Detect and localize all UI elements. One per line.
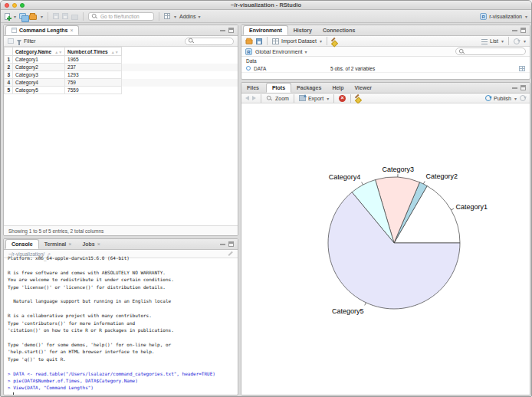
previous-plot-icon[interactable] (245, 96, 249, 100)
project-name: r-visualization (489, 14, 522, 19)
clear-environment-icon[interactable] (332, 38, 340, 45)
cell-category-name[interactable]: Category4 (13, 79, 65, 87)
zoom-icon (267, 95, 272, 100)
tab-connections[interactable]: Connections (317, 25, 360, 35)
new-document-dropdown-icon[interactable]: ▾ (14, 14, 16, 19)
console-input-line: > (8, 392, 234, 395)
next-plot-icon[interactable] (252, 96, 256, 100)
row-header-corner[interactable] (5, 48, 13, 56)
cell-number-of-times[interactable]: 1293 (65, 71, 122, 79)
print-icon[interactable] (71, 15, 78, 20)
environment-object-row[interactable]: DATA 5 obs. of 2 variables (241, 64, 530, 73)
cell-number-of-times[interactable]: 237 (65, 64, 122, 71)
pane-layout-dropdown-icon[interactable]: ▾ (174, 14, 176, 19)
console-output-line: You are welcome to redistribute it under… (8, 276, 234, 283)
cell-category-name[interactable]: Category5 (13, 87, 65, 94)
column-header-number-of-times[interactable]: Number.of.Times▲▼ (65, 48, 122, 56)
tab-label: Connections (323, 28, 355, 33)
console-output-line: 'citation()' on how to cite R or R packa… (8, 326, 234, 333)
scope-selector[interactable]: Global Environment ▾ (255, 49, 307, 54)
clear-plots-icon[interactable] (356, 94, 363, 102)
maximize-pane-icon[interactable] (521, 85, 526, 90)
console-input-line: > DATA <- read.table("/Users/lsalazar/co… (8, 370, 234, 377)
refresh-icon[interactable] (514, 38, 520, 44)
object-name[interactable]: DATA (254, 66, 327, 71)
tab-label: Environment (249, 28, 282, 33)
close-tab-icon[interactable]: × (97, 241, 100, 247)
zoom-button[interactable]: Zoom (266, 95, 289, 102)
save-workspace-icon[interactable] (256, 38, 262, 44)
table-row[interactable]: 2Category2237 (5, 64, 238, 71)
data-section-header: Data (241, 57, 530, 64)
environment-search-input[interactable] (455, 48, 526, 55)
refresh-plot-icon[interactable] (520, 95, 526, 101)
console-output[interactable]: Platform: x86_64-apple-darwin15.6.0 (64-… (4, 254, 238, 395)
list-view-button[interactable]: List ▾ (481, 38, 504, 44)
tab-label: Plots (272, 85, 285, 90)
load-workspace-icon[interactable] (246, 39, 253, 44)
publish-button[interactable]: Publish ▾ (485, 95, 517, 101)
environment-toolbar: Import Dataset ▾ List ▾ ▾ (241, 36, 530, 47)
minimize-pane-icon[interactable] (512, 85, 517, 90)
table-row[interactable]: 4Category4759 (5, 79, 238, 87)
tab-files[interactable]: Files (241, 83, 264, 93)
column-header-category-name[interactable]: Category.Name▲▼ (13, 48, 65, 56)
save-icon[interactable] (53, 13, 59, 19)
maximize-pane-icon[interactable] (228, 28, 234, 33)
table-row[interactable]: 3Category31293 (5, 71, 238, 79)
pane-layout-icon[interactable] (164, 13, 170, 19)
title-bar: ~/r-visualization - RStudio (1, 1, 531, 10)
tab-history[interactable]: History (288, 25, 317, 35)
cell-number-of-times[interactable]: 759 (65, 79, 122, 87)
object-description: 5 obs. of 2 variables (330, 66, 375, 71)
import-dataset-button[interactable]: Import Dataset ▾ (272, 38, 322, 44)
tab-environment[interactable]: Environment (243, 25, 288, 35)
viewer-status: Showing 1 to 5 of 5 entries, 2 total col… (4, 225, 238, 235)
open-in-new-window-icon[interactable] (8, 38, 14, 44)
minimize-pane-icon[interactable] (512, 28, 517, 33)
tab-packages[interactable]: Packages (291, 83, 327, 93)
open-folder-icon[interactable] (29, 15, 37, 20)
close-tab-icon[interactable]: × (70, 28, 73, 33)
maximize-pane-icon[interactable] (521, 28, 526, 33)
new-document-icon[interactable] (5, 13, 10, 20)
close-tab-icon[interactable]: × (68, 241, 71, 247)
filter-button[interactable]: Filter (17, 38, 36, 44)
console-output-line (8, 305, 234, 312)
tab-help[interactable]: Help (327, 83, 349, 93)
cell-category-name[interactable]: Category3 (13, 71, 65, 79)
data-frame-icon (11, 28, 17, 33)
tab-label: Console (11, 241, 33, 247)
minimize-pane-icon[interactable] (220, 28, 225, 33)
project-menu[interactable]: R r-visualization ▾ (480, 13, 527, 20)
row-filler (121, 64, 237, 71)
export-button[interactable]: Export ▾ (299, 95, 329, 101)
maximize-pane-icon[interactable] (228, 241, 234, 247)
import-dataset-label: Import Dataset (281, 38, 317, 44)
cell-category-name[interactable]: Category1 (13, 56, 65, 64)
toolbar-separator (83, 12, 84, 21)
minimize-pane-icon[interactable] (220, 241, 225, 247)
new-project-icon[interactable] (19, 13, 26, 19)
table-row[interactable]: 5Category57559 (5, 87, 238, 94)
tab-terminal[interactable]: Terminal × (39, 239, 77, 249)
console-caret (13, 392, 14, 395)
open-dropdown-icon[interactable]: ▾ (41, 14, 43, 19)
remove-plot-icon[interactable]: × (339, 95, 346, 102)
view-data-icon[interactable] (519, 66, 525, 71)
save-all-icon[interactable] (62, 13, 68, 19)
table-row[interactable]: 1Category11965 (5, 56, 238, 64)
tab-viewer[interactable]: Viewer (350, 83, 377, 93)
tab-jobs[interactable]: Jobs × (77, 239, 105, 249)
plot-canvas: Category1Category2Category3Category4Cate… (241, 103, 530, 395)
goto-file-function-input[interactable]: Go to file/function (88, 12, 154, 21)
tab-plots[interactable]: Plots (266, 83, 291, 93)
cell-number-of-times[interactable]: 7559 (65, 87, 122, 94)
addins-menu[interactable]: Addins ▾ (179, 14, 200, 19)
viewer-search-input[interactable] (185, 38, 234, 45)
tab-console[interactable]: Console (5, 239, 39, 249)
cell-number-of-times[interactable]: 1965 (65, 56, 122, 64)
console-output-line: Platform: x86_64-apple-darwin15.6.0 (64-… (8, 254, 234, 261)
tab-command-lengths[interactable]: Command Lengths × (5, 25, 79, 35)
cell-category-name[interactable]: Category2 (13, 64, 65, 71)
